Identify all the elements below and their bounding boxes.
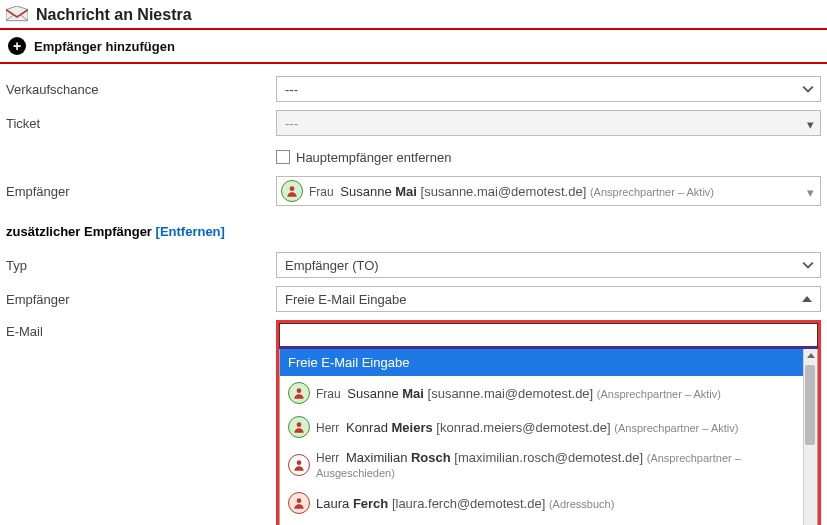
ticket-select[interactable]: --- ▾: [276, 110, 821, 136]
svg-point-2: [297, 388, 302, 393]
scroll-thumb[interactable]: [805, 365, 815, 445]
person-icon: [288, 382, 310, 404]
opportunity-label: Verkaufschance: [6, 82, 276, 97]
recipient-label: Empfänger: [6, 184, 276, 199]
chevron-down-icon: [802, 259, 814, 274]
main-recipient-select[interactable]: Frau Susanne Mai [susanne.mai@demotest.d…: [276, 176, 821, 206]
main-recipient-text: Frau Susanne Mai [susanne.mai@demotest.d…: [309, 184, 714, 199]
checkbox-icon[interactable]: [276, 150, 290, 164]
additional-recipient-heading: zusätzlicher Empfänger [Entfernen]: [6, 224, 276, 239]
dropdown-item[interactable]: Edgar Gerl [edgar.gerl@demotest.de] (Adr…: [280, 520, 803, 525]
remove-main-label: Hauptempfänger entfernen: [296, 150, 451, 165]
svg-point-4: [297, 460, 302, 465]
freemail-value: Freie E-Mail Eingabe: [285, 292, 406, 307]
person-icon: [288, 454, 310, 476]
scroll-up-icon[interactable]: [807, 353, 815, 358]
dropdown-item[interactable]: Laura Ferch [laura.ferch@demotest.de] (A…: [280, 486, 803, 520]
ticket-value: ---: [285, 116, 298, 131]
email-input[interactable]: [279, 323, 818, 349]
plus-icon: +: [8, 37, 26, 55]
ticket-label: Ticket: [6, 116, 276, 131]
freemail-select[interactable]: Freie E-Mail Eingabe: [276, 286, 821, 312]
chevron-down-icon: ▾: [807, 185, 814, 200]
person-icon: [281, 180, 303, 202]
email-label: E-Mail: [6, 318, 276, 339]
email-combo: Freie E-Mail Eingabe Frau Susanne Mai [s…: [276, 320, 821, 525]
scrollbar[interactable]: [803, 349, 817, 525]
page-header: Nachricht an Niestra: [0, 0, 827, 30]
person-icon: [288, 416, 310, 438]
add-recipient-label: Empfänger hinzufügen: [34, 39, 175, 54]
email-dropdown: Freie E-Mail Eingabe Frau Susanne Mai [s…: [279, 349, 818, 525]
remove-additional-link[interactable]: [Entfernen]: [156, 224, 225, 239]
svg-point-5: [297, 498, 302, 503]
dropdown-item[interactable]: Herr Konrad Meiers [konrad.meiers@demote…: [280, 410, 803, 444]
recipient2-label: Empfänger: [6, 292, 276, 307]
type-value: Empfänger (TO): [285, 258, 379, 273]
page-title: Nachricht an Niestra: [36, 6, 192, 24]
svg-point-1: [290, 186, 295, 191]
chevron-down-icon: [802, 83, 814, 98]
person-icon: [288, 492, 310, 514]
dropdown-item[interactable]: Frau Susanne Mai [susanne.mai@demotest.d…: [280, 376, 803, 410]
add-recipient-bar[interactable]: + Empfänger hinzufügen: [0, 30, 827, 64]
dropdown-item[interactable]: Herr Maximilian Rosch [maximilian.rosch@…: [280, 444, 803, 486]
svg-point-3: [297, 422, 302, 427]
dropdown-item-freemail[interactable]: Freie E-Mail Eingabe: [280, 349, 803, 376]
chevron-up-icon: [802, 296, 812, 302]
opportunity-select[interactable]: ---: [276, 76, 821, 102]
opportunity-value: ---: [285, 82, 298, 97]
chevron-down-icon: ▾: [807, 117, 814, 132]
type-select[interactable]: Empfänger (TO): [276, 252, 821, 278]
remove-main-row[interactable]: Hauptempfänger entfernen: [276, 150, 821, 165]
mail-icon: [6, 6, 28, 24]
type-label: Typ: [6, 258, 276, 273]
